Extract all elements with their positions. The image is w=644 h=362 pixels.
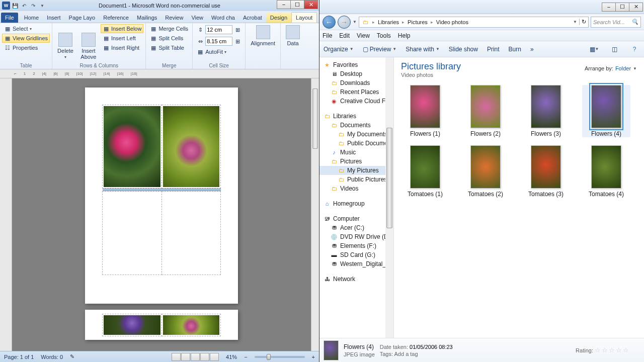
- merge-cells-button[interactable]: ▦Merge Cells: [148, 24, 190, 33]
- page-1[interactable]: [85, 87, 238, 304]
- address-dropdown-icon[interactable]: ▼: [571, 20, 579, 24]
- nav-documents[interactable]: 🗀Documents: [319, 121, 393, 130]
- preview-button[interactable]: ▢ Preview ▼: [363, 46, 397, 53]
- nav-scroll-thumb[interactable]: [386, 128, 392, 228]
- file-item[interactable]: Flowers (3): [522, 85, 570, 137]
- select-button[interactable]: ▦Select ▾: [2, 24, 50, 33]
- document-pages[interactable]: [12, 78, 311, 351]
- zoom-slider[interactable]: [255, 356, 305, 358]
- insert-below-button[interactable]: ▦Insert Below: [101, 24, 144, 33]
- tab-mailings[interactable]: Mailings: [133, 13, 161, 23]
- menu-tools[interactable]: Tools: [377, 32, 391, 39]
- file-item[interactable]: Tomatoes (2): [461, 145, 510, 198]
- redo-icon[interactable]: ↷: [29, 2, 37, 10]
- tab-layout[interactable]: Layout: [291, 12, 317, 23]
- tab-acrobat[interactable]: Acrobat: [239, 13, 266, 23]
- breadcrumb-segment[interactable]: Video photos: [433, 19, 471, 25]
- vertical-scrollbar[interactable]: [311, 78, 319, 351]
- detail-tags[interactable]: Add a tag: [394, 351, 418, 357]
- tab-design[interactable]: Design: [266, 13, 291, 23]
- nav-pictures[interactable]: 🗀Pictures: [319, 157, 393, 166]
- nav-creative-cloud[interactable]: ◉Creative Cloud Fi: [319, 97, 393, 106]
- table-row-selection[interactable]: [103, 189, 221, 191]
- breadcrumb-segment[interactable]: Libraries: [375, 19, 402, 25]
- file-item[interactable]: Tomatoes (3): [522, 145, 570, 198]
- nav-network[interactable]: 🖧Network: [319, 275, 393, 284]
- nav-my-documents[interactable]: 🗀My Documents: [319, 130, 393, 139]
- nav-scrollbar[interactable]: [385, 57, 393, 338]
- tab-insert[interactable]: Insert: [43, 13, 65, 23]
- distribute-rows-icon[interactable]: ⊞: [234, 26, 241, 33]
- tab-view[interactable]: View: [187, 13, 207, 23]
- view-options-icon[interactable]: ▦ ▼: [589, 44, 600, 55]
- search-input[interactable]: Search Vid...🔍: [591, 17, 641, 28]
- maximize-button[interactable]: ☐: [290, 0, 304, 9]
- split-cells-button[interactable]: ▦Split Cells: [148, 34, 190, 43]
- nav-public-pictures[interactable]: 🗀Public Pictures: [319, 175, 393, 184]
- table-cell[interactable]: [162, 105, 221, 189]
- menu-file[interactable]: File: [323, 32, 332, 39]
- file-item[interactable]: Flowers (2): [461, 85, 510, 137]
- forward-button[interactable]: →: [338, 16, 351, 29]
- file-item[interactable]: Tomatoes (1): [401, 145, 449, 198]
- delete-button[interactable]: Delete▾: [54, 24, 76, 68]
- scroll-thumb[interactable]: [312, 88, 318, 149]
- nav-public-documents[interactable]: 🗀Public Docume: [319, 139, 393, 148]
- rating-stars[interactable]: ☆☆☆☆☆: [595, 346, 630, 354]
- tab-home[interactable]: Home: [20, 13, 43, 23]
- overflow-button[interactable]: »: [530, 46, 534, 53]
- nav-drive-c[interactable]: ⛃Acer (C:): [319, 223, 393, 232]
- nav-favorites[interactable]: ★Favorites: [319, 60, 393, 69]
- address-bar[interactable]: 🗀▸ Libraries▸ Pictures▸ Video photos ▼ ↻: [359, 17, 589, 28]
- share-with-button[interactable]: Share with ▼: [406, 46, 440, 53]
- distribute-cols-icon[interactable]: ⊞: [234, 38, 241, 45]
- close-button[interactable]: ✕: [629, 3, 643, 12]
- nav-libraries[interactable]: 🗀Libraries: [319, 112, 393, 121]
- burn-button[interactable]: Burn: [509, 46, 521, 53]
- vertical-ruler[interactable]: [0, 78, 12, 351]
- arrange-by[interactable]: Arrange by: Folder ▼: [585, 61, 637, 71]
- menu-view[interactable]: View: [357, 32, 370, 39]
- web-layout-icon[interactable]: [191, 353, 200, 361]
- print-button[interactable]: Print: [487, 46, 500, 53]
- inserted-image-4[interactable]: [163, 315, 220, 335]
- row-height-field[interactable]: ⇕⊞: [195, 24, 243, 35]
- nav-drive-f[interactable]: ⛃Elements (F:): [319, 241, 393, 250]
- nav-homegroup[interactable]: ⌂Homegroup: [319, 199, 393, 208]
- qat-dropdown-icon[interactable]: ▼: [38, 2, 46, 10]
- fullscreen-reading-icon[interactable]: [181, 353, 190, 361]
- alignment-button[interactable]: Alignment: [248, 24, 278, 47]
- inserted-image-3[interactable]: [104, 315, 160, 335]
- tab-page-layout[interactable]: Page Layo: [65, 13, 100, 23]
- file-item[interactable]: Tomatoes (4): [582, 145, 630, 198]
- minimize-button[interactable]: −: [602, 3, 616, 12]
- undo-icon[interactable]: ↶: [20, 2, 28, 10]
- back-button[interactable]: ←: [323, 16, 336, 29]
- inserted-image-2[interactable]: [163, 106, 220, 187]
- help-icon[interactable]: ?: [629, 44, 640, 55]
- insert-above-button[interactable]: Insert Above: [76, 24, 101, 68]
- properties-button[interactable]: ☷Properties: [2, 43, 50, 52]
- nav-videos[interactable]: 🗀Videos: [319, 184, 393, 193]
- view-gridlines-button[interactable]: ▦View Gridlines: [2, 34, 50, 43]
- tab-word-cha[interactable]: Word cha: [207, 13, 239, 23]
- inserted-table[interactable]: [102, 105, 221, 275]
- refresh-icon[interactable]: ↻: [579, 19, 588, 25]
- tab-references[interactable]: Reference: [99, 13, 133, 23]
- breadcrumb-segment[interactable]: Pictures: [405, 19, 431, 25]
- insert-left-button[interactable]: ▦Insert Left: [101, 34, 144, 43]
- save-icon[interactable]: 💾: [11, 2, 19, 10]
- history-dropdown-icon[interactable]: ▼: [353, 20, 357, 24]
- menu-edit[interactable]: Edit: [339, 32, 350, 39]
- file-item[interactable]: Flowers (4): [582, 85, 630, 137]
- print-layout-icon[interactable]: [172, 353, 181, 361]
- page-2[interactable]: [85, 310, 238, 340]
- navigation-pane[interactable]: ★Favorites 🖥Desktop 🗀Downloads 🗀Recent P…: [319, 57, 394, 338]
- close-button[interactable]: ✕: [304, 0, 318, 9]
- inserted-image-1[interactable]: [104, 106, 160, 187]
- autofit-button[interactable]: ▦AutoFit ▾: [195, 47, 243, 56]
- file-grid[interactable]: Flowers (1)Flowers (2)Flowers (3)Flowers…: [394, 80, 644, 338]
- spell-check-icon[interactable]: ✎: [70, 353, 74, 360]
- nav-downloads[interactable]: 🗀Downloads: [319, 78, 393, 87]
- word-count[interactable]: Words: 0: [41, 354, 63, 360]
